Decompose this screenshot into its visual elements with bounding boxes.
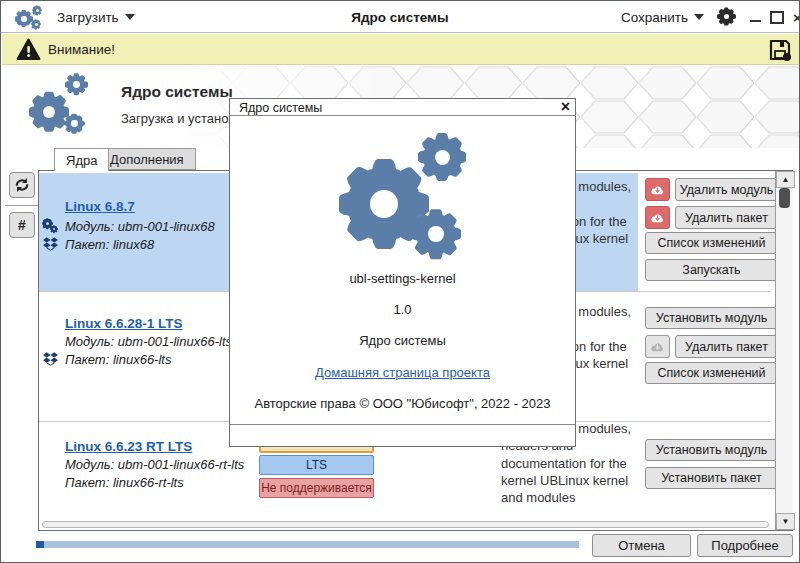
run-button[interactable]: Запускать bbox=[645, 259, 778, 281]
kernel-package: Пакет: linux66-rt-lts bbox=[65, 475, 184, 490]
kernel-link[interactable]: Linux 6.6.28-1 LTS bbox=[65, 316, 183, 331]
remove-package-button[interactable]: Удалить пакет bbox=[675, 206, 778, 229]
kernel-link[interactable]: Linux 6.6.23 RT LTS bbox=[65, 439, 192, 454]
remove-module-button[interactable]: Удалить модуль bbox=[675, 178, 778, 201]
kernel-link[interactable]: Linux 6.8.7 bbox=[65, 199, 135, 214]
lts-badge: LTS bbox=[259, 455, 374, 475]
minimize-button[interactable] bbox=[750, 20, 761, 22]
refresh-icon bbox=[13, 176, 31, 194]
save-floppy-icon[interactable] bbox=[768, 38, 792, 62]
changelog-button[interactable]: Список изменений bbox=[645, 232, 778, 254]
page-title: Ядро системы bbox=[121, 83, 233, 101]
cloud-download-icon bbox=[649, 212, 666, 224]
horizontal-scrollbar[interactable] bbox=[42, 521, 769, 528]
tab-kernels-label: Ядра bbox=[66, 153, 97, 168]
cloud-download-button[interactable] bbox=[645, 206, 670, 229]
unsupported-badge: Не поддерживается bbox=[259, 478, 374, 498]
install-module-button[interactable]: Установить модуль bbox=[645, 439, 778, 461]
package-icon bbox=[43, 237, 58, 251]
app-description: Ядро системы bbox=[230, 333, 575, 348]
kernel-package: Пакет: linux68 bbox=[65, 237, 154, 252]
kernel-module: Модуль: ubm-001-linux66-lts bbox=[65, 334, 232, 349]
homepage-link[interactable]: Домашняя страница проекта bbox=[315, 365, 490, 380]
scroll-up-button[interactable]: ▲ bbox=[776, 171, 795, 188]
cloud-download-icon bbox=[649, 341, 666, 353]
scrollbar-thumb[interactable] bbox=[779, 188, 790, 208]
maximize-button[interactable] bbox=[770, 11, 784, 24]
app-version: 1.0 bbox=[230, 302, 575, 317]
kernel-package: Пакет: linux66-lts bbox=[65, 352, 171, 367]
sidebar-divider bbox=[5, 205, 39, 206]
title-bar: Загрузить Ядро системы Сохранить × bbox=[1, 1, 799, 33]
warning-triangle-icon bbox=[16, 38, 41, 61]
dialog-footer-divider bbox=[230, 424, 575, 425]
cloud-download-button-disabled[interactable] bbox=[645, 335, 670, 358]
progress-bar bbox=[36, 541, 579, 548]
save-dropdown[interactable]: Сохранить bbox=[621, 8, 704, 26]
close-button[interactable]: × bbox=[793, 10, 800, 25]
warning-banner: Внимание! bbox=[2, 34, 799, 65]
tab-addons-label: Дополнения bbox=[110, 152, 184, 167]
install-module-button[interactable]: Установить модуль bbox=[645, 307, 778, 329]
tab-kernels[interactable]: Ядра bbox=[54, 148, 109, 171]
install-package-button[interactable]: Установить пакет bbox=[645, 467, 778, 489]
app-window: Загрузить Ядро системы Сохранить × Внима… bbox=[0, 0, 800, 563]
vertical-scrollbar[interactable]: ▲ ▼ bbox=[775, 171, 793, 530]
refresh-button[interactable] bbox=[9, 172, 35, 198]
about-dialog: Ядро системы × ubl-settings-kernel 1.0 Я… bbox=[229, 98, 576, 447]
chevron-down-icon bbox=[694, 14, 704, 20]
tab-addons[interactable]: Дополнения bbox=[98, 148, 196, 170]
kernel-module: Модуль: ubm-001-linux68 bbox=[65, 219, 215, 234]
details-button[interactable]: Подробнее bbox=[697, 534, 793, 557]
app-name: ubl-settings-kernel bbox=[230, 271, 575, 286]
cloud-download-button[interactable] bbox=[645, 178, 670, 201]
gears-icon bbox=[42, 218, 60, 234]
progress-bar-value bbox=[36, 541, 44, 548]
package-icon bbox=[43, 352, 58, 366]
remove-package-button[interactable]: Удалить пакет bbox=[675, 335, 778, 358]
dialog-logo-gears bbox=[230, 99, 577, 269]
save-dropdown-label: Сохранить bbox=[621, 10, 688, 25]
app-logo-gears bbox=[26, 71, 116, 139]
settings-gear-icon[interactable] bbox=[717, 7, 736, 26]
copyright-text: Авторские права © ООО "Юбисофт", 2022 - … bbox=[230, 396, 575, 411]
kernel-module: Модуль: ubm-001-linux66-rt-lts bbox=[65, 457, 244, 472]
hash-button-label: # bbox=[18, 217, 26, 233]
cloud-download-icon bbox=[649, 184, 666, 196]
changelog-button[interactable]: Список изменений bbox=[645, 362, 778, 384]
scroll-down-button[interactable]: ▼ bbox=[776, 513, 795, 530]
warning-text: Внимание! bbox=[48, 42, 115, 57]
hash-button[interactable]: # bbox=[9, 212, 35, 238]
cancel-button[interactable]: Отмена bbox=[592, 534, 691, 557]
